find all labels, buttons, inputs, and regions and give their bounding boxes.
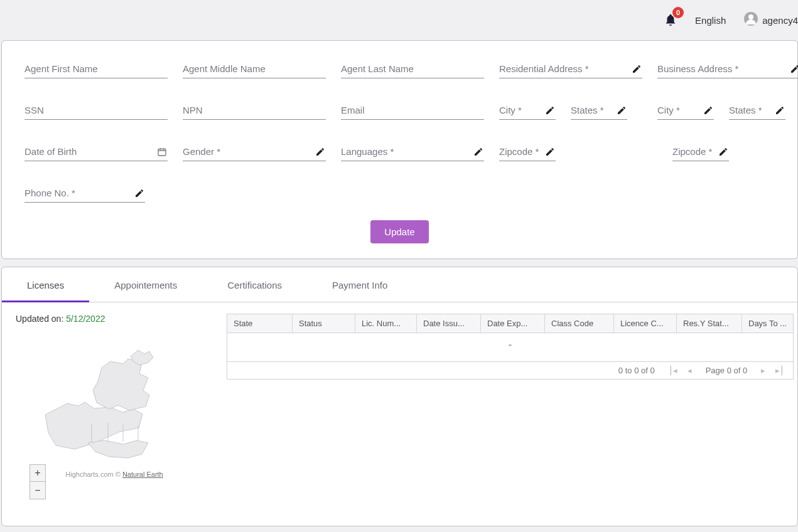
notification-badge: 0	[672, 7, 684, 18]
col-lic-num[interactable]: Lic. Num...	[355, 314, 417, 332]
pencil-icon[interactable]	[631, 63, 642, 75]
res-states-field[interactable]: States *	[571, 101, 627, 120]
ssn-field[interactable]: SSN	[24, 101, 168, 120]
col-status[interactable]: Status	[293, 314, 355, 332]
update-button[interactable]: Update	[370, 220, 428, 243]
language-selector[interactable]: English	[695, 15, 726, 26]
map-chart[interactable]	[39, 343, 190, 468]
last-name-field[interactable]: Agent Last Name	[341, 60, 484, 78]
languages-field[interactable]: Languages *	[341, 142, 484, 161]
npn-field[interactable]: NPN	[183, 101, 326, 120]
middle-name-field[interactable]: Agent Middle Name	[183, 60, 326, 78]
updated-on-label: Updated on: 5/12/2022	[13, 314, 215, 324]
bus-city-field[interactable]: City *	[657, 101, 714, 120]
pencil-icon[interactable]	[616, 105, 627, 116]
pencil-icon[interactable]	[473, 146, 484, 157]
pager-next-icon[interactable]: ▸	[761, 366, 765, 375]
bus-zipcode-field[interactable]: Zipcode *	[672, 142, 729, 161]
phone-field[interactable]: Phone No. *	[24, 184, 145, 203]
residential-address-field[interactable]: Residential Address *	[499, 60, 642, 78]
updated-date: 5/12/2022	[66, 314, 105, 324]
map-zoom-out-button[interactable]: −	[30, 482, 46, 499]
agent-form-panel: Agent First Name Agent Middle Name Agent…	[1, 40, 798, 259]
details-panel: Licenses Appointements Certifications Pa…	[1, 267, 798, 526]
col-days-to[interactable]: Days To ...	[742, 314, 793, 332]
business-address-field[interactable]: Business Address *	[657, 60, 798, 78]
first-name-field[interactable]: Agent First Name	[24, 60, 168, 78]
licenses-grid: State Status Lic. Num... Date Issu... Da…	[227, 314, 794, 380]
col-class-code[interactable]: Class Code	[545, 314, 614, 332]
res-city-field[interactable]: City *	[499, 101, 556, 120]
svg-rect-2	[158, 149, 166, 156]
col-state[interactable]: State	[227, 314, 293, 332]
col-date-expired[interactable]: Date Exp...	[481, 314, 545, 332]
gender-field[interactable]: Gender *	[183, 142, 326, 161]
username-label: agency4	[762, 15, 798, 26]
map-credit-link[interactable]: Natural Earth	[122, 471, 163, 478]
pencil-icon[interactable]	[544, 146, 556, 157]
pencil-icon[interactable]	[703, 105, 714, 116]
notifications-button[interactable]: 0	[664, 13, 677, 27]
pencil-icon[interactable]	[134, 188, 145, 199]
email-field[interactable]: Email	[341, 101, 484, 120]
grid-footer: 0 to 0 of 0 ⎮◂ ◂ Page 0 of 0 ▸ ▸⎮	[227, 362, 793, 379]
tab-appointments[interactable]: Appointements	[89, 267, 202, 302]
calendar-icon[interactable]	[156, 146, 168, 157]
grid-header: State Status Lic. Num... Date Issu... Da…	[227, 314, 793, 333]
col-date-issued[interactable]: Date Issu...	[417, 314, 481, 332]
top-header: 0 English agency4	[0, 0, 798, 40]
pencil-icon[interactable]	[544, 105, 556, 116]
col-licence-c[interactable]: Licence C...	[614, 314, 677, 332]
tab-bar: Licenses Appointements Certifications Pa…	[2, 267, 797, 302]
col-resy-stat[interactable]: Res.Y Stat...	[677, 314, 742, 332]
avatar-icon	[743, 11, 758, 29]
pencil-icon[interactable]	[718, 146, 729, 157]
bus-states-field[interactable]: States *	[729, 101, 785, 120]
pencil-icon[interactable]	[774, 105, 785, 116]
grid-range-text: 0 to 0 of 0	[618, 366, 655, 375]
svg-point-1	[748, 14, 753, 19]
map-zoom-in-button[interactable]: +	[30, 464, 46, 482]
grid-body: "	[227, 333, 793, 362]
pager-prev-icon[interactable]: ◂	[687, 366, 692, 375]
tab-licenses[interactable]: Licenses	[2, 267, 89, 302]
pencil-icon[interactable]	[789, 63, 798, 75]
grid-page-text: Page 0 of 0	[706, 366, 748, 375]
user-menu[interactable]: agency4	[743, 11, 798, 29]
tab-certifications[interactable]: Certifications	[202, 267, 307, 302]
grid-empty-text: "	[509, 343, 512, 352]
pager-last-icon[interactable]: ▸⎮	[775, 366, 784, 375]
tab-payment[interactable]: Payment Info	[307, 267, 412, 302]
pager-first-icon[interactable]: ⎮◂	[669, 366, 677, 375]
dob-field[interactable]: Date of Birth	[24, 142, 168, 161]
res-zipcode-field[interactable]: Zipcode *	[499, 142, 556, 161]
pencil-icon[interactable]	[315, 146, 326, 157]
